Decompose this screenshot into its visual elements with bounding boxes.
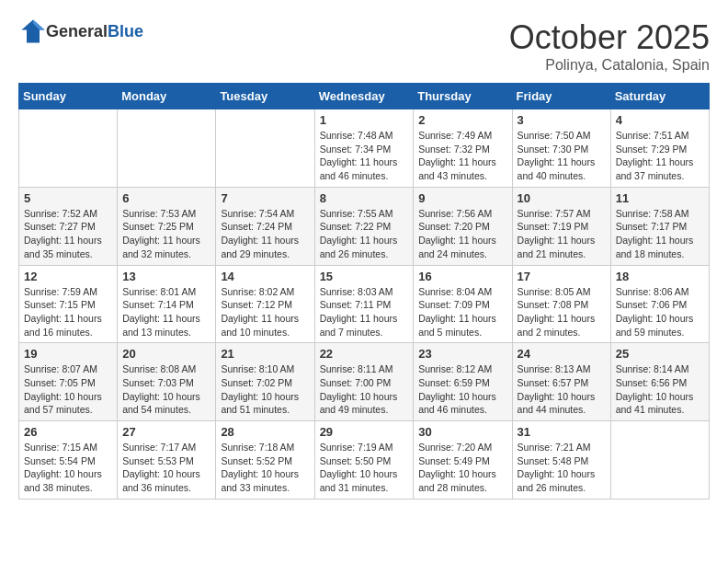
day-info: Daylight: 10 hours and 33 minutes.	[221, 467, 309, 494]
day-info: Daylight: 10 hours and 28 minutes.	[418, 467, 506, 494]
day-info: Sunrise: 8:13 AM	[518, 362, 606, 376]
day-info: Daylight: 11 hours and 18 minutes.	[616, 234, 704, 260]
day-number: 18	[616, 270, 704, 283]
day-cell: 5Sunrise: 7:52 AMSunset: 7:27 PMDaylight…	[19, 187, 118, 265]
day-info: Sunset: 5:50 PM	[320, 454, 409, 468]
day-info: Sunrise: 8:10 AM	[221, 362, 309, 376]
day-info: Sunrise: 8:02 AM	[221, 285, 309, 299]
day-info: Sunset: 7:17 PM	[616, 220, 704, 234]
day-cell: 9Sunrise: 7:56 AMSunset: 7:20 PMDaylight…	[414, 187, 512, 265]
day-info: Sunset: 6:57 PM	[518, 376, 606, 390]
day-info: Sunset: 5:49 PM	[418, 454, 506, 468]
day-info: Sunset: 7:02 PM	[221, 376, 309, 390]
day-info: Daylight: 10 hours and 59 minutes.	[616, 312, 704, 339]
day-cell: 29Sunrise: 7:19 AMSunset: 5:50 PMDayligh…	[314, 421, 414, 500]
day-number: 5	[24, 191, 112, 205]
day-info: Sunset: 5:48 PM	[518, 454, 606, 468]
day-cell: 4Sunrise: 7:51 AMSunset: 7:29 PMDaylight…	[610, 109, 709, 188]
day-info: Daylight: 10 hours and 49 minutes.	[320, 390, 409, 417]
day-info: Sunrise: 7:18 AM	[221, 441, 309, 454]
day-info: Sunrise: 7:17 AM	[122, 441, 210, 454]
day-number: 23	[418, 347, 506, 361]
weekday-header-sunday: Sunday	[19, 84, 118, 109]
day-info: Daylight: 11 hours and 29 minutes.	[221, 234, 309, 260]
day-number: 31	[518, 425, 606, 439]
day-cell: 25Sunrise: 8:14 AMSunset: 6:56 PMDayligh…	[610, 343, 709, 421]
day-info: Daylight: 11 hours and 2 minutes.	[518, 312, 606, 339]
day-cell: 16Sunrise: 8:04 AMSunset: 7:09 PMDayligh…	[414, 265, 512, 343]
day-info: Sunset: 7:14 PM	[122, 298, 210, 312]
day-info: Sunset: 7:20 PM	[418, 220, 506, 234]
day-info: Sunrise: 8:03 AM	[320, 285, 409, 299]
day-cell: 2Sunrise: 7:49 AMSunset: 7:32 PMDaylight…	[414, 109, 512, 188]
page-header: GeneralBlue October 2025 Polinya, Catalo…	[18, 18, 710, 74]
day-number: 8	[320, 191, 409, 205]
day-info: Sunset: 7:09 PM	[418, 298, 506, 312]
day-cell: 13Sunrise: 8:01 AMSunset: 7:14 PMDayligh…	[118, 265, 216, 343]
day-info: Sunrise: 7:59 AM	[24, 285, 112, 299]
day-info: Daylight: 11 hours and 16 minutes.	[24, 312, 112, 339]
day-info: Sunset: 7:11 PM	[320, 298, 409, 312]
week-row-3: 12Sunrise: 7:59 AMSunset: 7:15 PMDayligh…	[19, 265, 710, 343]
weekday-header-thursday: Thursday	[414, 84, 512, 109]
day-cell: 27Sunrise: 7:17 AMSunset: 5:53 PMDayligh…	[118, 421, 216, 500]
day-info: Sunset: 7:03 PM	[122, 376, 210, 390]
day-number: 11	[616, 191, 704, 205]
day-info: Sunset: 7:06 PM	[616, 298, 704, 312]
day-info: Daylight: 11 hours and 10 minutes.	[221, 312, 309, 339]
day-number: 29	[320, 425, 409, 439]
day-number: 9	[418, 191, 506, 205]
day-info: Sunset: 7:32 PM	[418, 143, 506, 156]
day-info: Daylight: 11 hours and 43 minutes.	[418, 155, 506, 182]
day-info: Sunrise: 8:04 AM	[418, 285, 506, 299]
day-number: 12	[24, 270, 112, 283]
month-title: October 2025	[509, 18, 710, 57]
day-info: Daylight: 11 hours and 21 minutes.	[518, 234, 606, 260]
day-number: 19	[24, 347, 112, 361]
day-info: Sunrise: 7:49 AM	[418, 129, 506, 143]
logo-general: General	[46, 22, 108, 40]
day-info: Sunrise: 7:51 AM	[616, 129, 704, 143]
day-cell: 15Sunrise: 8:03 AMSunset: 7:11 PMDayligh…	[314, 265, 414, 343]
day-cell: 24Sunrise: 8:13 AMSunset: 6:57 PMDayligh…	[512, 343, 610, 421]
day-info: Sunset: 7:25 PM	[122, 220, 210, 234]
week-row-4: 19Sunrise: 8:07 AMSunset: 7:05 PMDayligh…	[19, 343, 710, 421]
day-info: Sunrise: 7:50 AM	[518, 129, 606, 143]
day-info: Daylight: 10 hours and 31 minutes.	[320, 467, 409, 494]
day-info: Sunrise: 7:57 AM	[518, 207, 606, 221]
day-number: 1	[320, 113, 409, 127]
day-cell: 31Sunrise: 7:21 AMSunset: 5:48 PMDayligh…	[512, 421, 610, 500]
logo: GeneralBlue	[18, 18, 143, 44]
day-info: Daylight: 10 hours and 46 minutes.	[418, 390, 506, 417]
day-cell: 22Sunrise: 8:11 AMSunset: 7:00 PMDayligh…	[314, 343, 414, 421]
day-number: 14	[221, 270, 309, 283]
day-cell	[118, 109, 216, 188]
day-info: Sunrise: 8:05 AM	[518, 285, 606, 299]
day-cell	[216, 109, 314, 188]
day-info: Sunrise: 8:07 AM	[24, 362, 112, 376]
day-cell: 6Sunrise: 7:53 AMSunset: 7:25 PMDaylight…	[118, 187, 216, 265]
day-cell: 26Sunrise: 7:15 AMSunset: 5:54 PMDayligh…	[19, 421, 118, 500]
weekday-header-row: SundayMondayTuesdayWednesdayThursdayFrid…	[19, 84, 710, 109]
day-info: Sunset: 5:54 PM	[24, 454, 112, 468]
day-info: Sunset: 7:00 PM	[320, 376, 409, 390]
day-number: 26	[24, 425, 112, 439]
day-info: Sunrise: 7:54 AM	[221, 207, 309, 221]
weekday-header-monday: Monday	[118, 84, 216, 109]
weekday-header-friday: Friday	[512, 84, 610, 109]
day-info: Sunset: 7:19 PM	[518, 220, 606, 234]
day-info: Sunrise: 7:55 AM	[320, 207, 409, 221]
day-number: 22	[320, 347, 409, 361]
day-cell: 19Sunrise: 8:07 AMSunset: 7:05 PMDayligh…	[19, 343, 118, 421]
day-info: Sunset: 7:29 PM	[616, 143, 704, 156]
day-number: 21	[221, 347, 309, 361]
day-info: Daylight: 11 hours and 7 minutes.	[320, 312, 409, 339]
logo-blue: Blue	[108, 22, 143, 40]
day-cell: 14Sunrise: 8:02 AMSunset: 7:12 PMDayligh…	[216, 265, 314, 343]
day-cell: 12Sunrise: 7:59 AMSunset: 7:15 PMDayligh…	[19, 265, 118, 343]
day-cell: 3Sunrise: 7:50 AMSunset: 7:30 PMDaylight…	[512, 109, 610, 188]
day-info: Sunrise: 7:20 AM	[418, 441, 506, 454]
day-info: Sunrise: 8:08 AM	[122, 362, 210, 376]
day-cell: 7Sunrise: 7:54 AMSunset: 7:24 PMDaylight…	[216, 187, 314, 265]
day-info: Sunrise: 7:48 AM	[320, 129, 409, 143]
